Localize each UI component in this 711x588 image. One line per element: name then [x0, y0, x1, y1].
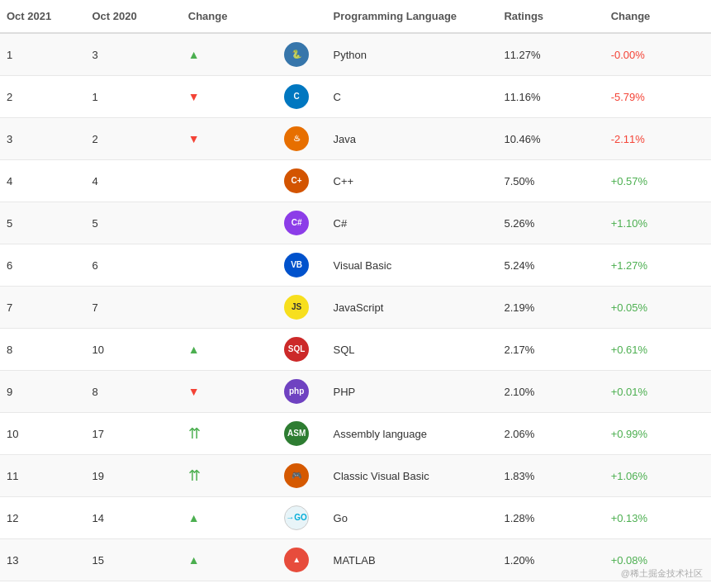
prev-rank-cell: 2: [85, 118, 181, 160]
change-arrow-down: ▼: [188, 385, 200, 398]
rank-cell: 8: [0, 329, 85, 371]
lang-name-cell: Java: [327, 118, 498, 160]
change-cell: ▲: [182, 497, 277, 539]
lang-icon: →GO: [284, 505, 309, 530]
change-arrow-down: ▼: [188, 132, 200, 145]
ratings-change-cell: +0.61%: [604, 329, 711, 371]
rank-cell: 9: [0, 371, 85, 413]
lang-name-cell: C#: [327, 202, 498, 244]
table-row: 10 17 ⇈ ASM Assembly language 2.06% +0.9…: [0, 413, 711, 455]
change-cell: [182, 202, 277, 244]
change-cell: ⇈: [182, 455, 277, 497]
change-cell: ▼: [182, 118, 277, 160]
table-row: 8 10 ▲ SQL SQL 2.17% +0.61%: [0, 329, 711, 371]
prev-rank-cell: 19: [85, 455, 181, 497]
lang-name-cell: Go: [327, 497, 498, 539]
prev-rank-cell: 17: [85, 413, 181, 455]
ratings-cell: 1.83%: [497, 455, 604, 497]
ratings-change-cell: -0.79%: [604, 581, 711, 589]
change-arrow-up2: ⇈: [188, 425, 201, 442]
lang-icon-cell: ASM: [277, 413, 326, 455]
lang-icon: C+: [284, 168, 309, 193]
change-arrow-up2: ⇈: [188, 467, 201, 484]
lang-icon: ▲: [284, 548, 309, 572]
prev-rank-cell: 10: [85, 329, 181, 371]
prev-rank-cell: 7: [85, 287, 181, 329]
rank-cell: 4: [0, 160, 85, 202]
table-row: 7 7 JS JavaScript 2.19% +0.05%: [0, 287, 711, 329]
rank-cell: 7: [0, 287, 85, 329]
table-row: 13 15 ▲ ▲ MATLAB 1.20% +0.08%: [0, 539, 711, 581]
header-oct2021: Oct 2021: [0, 0, 85, 33]
table-row: 9 8 ▼ php PHP 2.10% +0.01%: [0, 371, 711, 413]
table-row: 11 19 ⇈ 🎮 Classic Visual Basic 1.83% +1.…: [0, 455, 711, 497]
table-row: 3 2 ▼ ♨ Java 10.46% -2.11%: [0, 118, 711, 160]
lang-icon: ASM: [284, 421, 309, 446]
table-row: 6 6 VB Visual Basic 5.24% +1.27%: [0, 244, 711, 287]
rank-cell: 6: [0, 244, 85, 287]
ratings-cell: 10.46%: [497, 118, 604, 160]
ratings-cell: 2.19%: [497, 287, 604, 329]
ratings-change-cell: +1.06%: [604, 455, 711, 497]
table-row: 5 5 C# C# 5.26% +1.10%: [0, 202, 711, 244]
lang-icon: php: [284, 379, 309, 404]
change-arrow-up: ▲: [188, 343, 200, 356]
change-cell: [182, 287, 277, 329]
ratings-change-cell: +0.99%: [604, 413, 711, 455]
ratings-cell: 7.50%: [497, 160, 604, 202]
lang-name-cell: Python: [327, 33, 498, 76]
lang-icon: ♨: [284, 126, 309, 151]
lang-name-cell: Visual Basic: [327, 244, 498, 287]
lang-icon-cell: R: [277, 581, 326, 589]
ratings-change-cell: +0.05%: [604, 287, 711, 329]
ratings-change-cell: +0.57%: [604, 160, 711, 202]
header-lang-icon: [277, 0, 326, 33]
rank-cell: 11: [0, 455, 85, 497]
table-row: 2 1 ▼ C C 11.16% -5.79%: [0, 76, 711, 118]
ratings-cell: 11.27%: [497, 33, 604, 76]
rank-cell: 3: [0, 118, 85, 160]
ratings-change-cell: -0.00%: [604, 33, 711, 76]
prev-rank-cell: 6: [85, 244, 181, 287]
change-arrow-up: ▲: [188, 511, 200, 524]
table-row: 14 9 ⇊ R R 1.20% -0.79%: [0, 581, 711, 589]
rank-cell: 10: [0, 413, 85, 455]
lang-icon-cell: ♨: [277, 118, 326, 160]
lang-icon-cell: 🐍: [277, 33, 326, 76]
prev-rank-cell: 3: [85, 33, 181, 76]
ratings-change-cell: +0.13%: [604, 497, 711, 539]
lang-icon: C: [284, 84, 309, 109]
ratings-change-cell: -5.79%: [604, 76, 711, 118]
ratings-cell: 1.20%: [497, 581, 604, 589]
lang-icon: 🐍: [284, 42, 309, 67]
ratings-cell: 1.20%: [497, 539, 604, 581]
ratings-cell: 2.06%: [497, 413, 604, 455]
ratings-cell: 5.24%: [497, 244, 604, 287]
ratings-change-cell: +1.27%: [604, 244, 711, 287]
ratings-cell: 1.28%: [497, 497, 604, 539]
lang-icon: JS: [284, 295, 309, 320]
change-cell: ⇈: [182, 413, 277, 455]
change-cell: ▼: [182, 76, 277, 118]
lang-icon-cell: C+: [277, 160, 326, 202]
lang-icon-cell: 🎮: [277, 455, 326, 497]
table-row: 12 14 ▲ →GO Go 1.28% +0.13%: [0, 497, 711, 539]
change-cell: [182, 160, 277, 202]
ratings-cell: 2.10%: [497, 371, 604, 413]
prev-rank-cell: 4: [85, 160, 181, 202]
ratings-cell: 11.16%: [497, 76, 604, 118]
lang-icon-cell: SQL: [277, 329, 326, 371]
ratings-cell: 2.17%: [497, 329, 604, 371]
lang-name-cell: Classic Visual Basic: [327, 455, 498, 497]
lang-name-cell: SQL: [327, 329, 498, 371]
change-cell: ▲: [182, 539, 277, 581]
lang-name-cell: PHP: [327, 371, 498, 413]
lang-icon-cell: C: [277, 76, 326, 118]
lang-name-cell: JavaScript: [327, 287, 498, 329]
rank-cell: 13: [0, 539, 85, 581]
rank-cell: 2: [0, 76, 85, 118]
lang-icon: VB: [284, 253, 309, 277]
lang-icon-cell: C#: [277, 202, 326, 244]
change-cell: ▼: [182, 371, 277, 413]
change-arrow-up: ▲: [188, 48, 200, 61]
